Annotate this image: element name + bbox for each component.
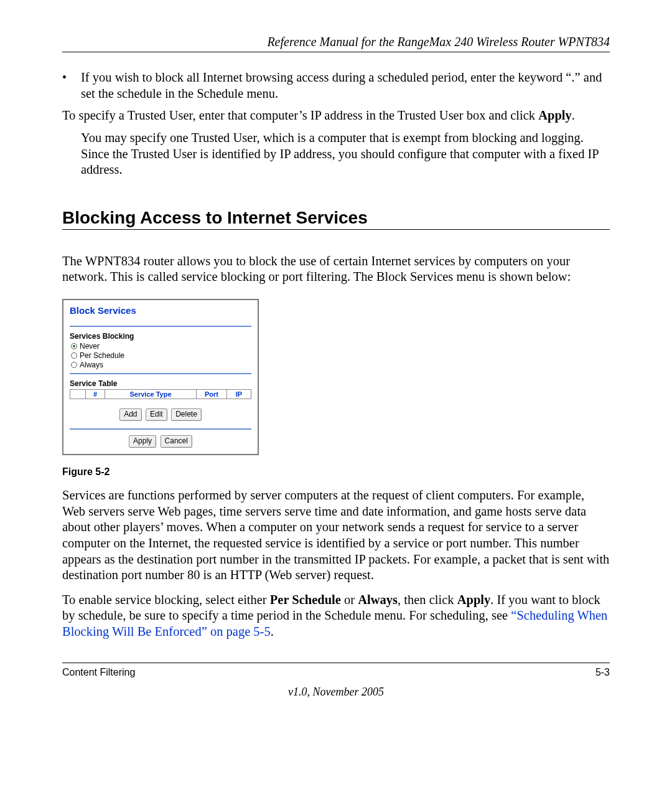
- service-table: # Service Type Port IP: [70, 389, 251, 399]
- services-blocking-label: Services Blocking: [70, 332, 251, 341]
- bullet-dot: •: [62, 70, 81, 101]
- page-footer: Content Filtering 5-3 v1.0, November 200…: [62, 663, 610, 699]
- radio-never-label: Never: [80, 342, 100, 351]
- enable-p1: To enable service blocking, select eithe…: [62, 593, 270, 606]
- th-select: [70, 390, 86, 399]
- footer-version: v1.0, November 2005: [62, 686, 610, 699]
- th-num: #: [86, 390, 105, 399]
- screenshot-divider-2: [70, 373, 251, 374]
- th-ip: IP: [227, 390, 251, 399]
- cancel-button[interactable]: Cancel: [161, 435, 192, 448]
- footer-right: 5-3: [595, 667, 610, 678]
- radio-always-label: Always: [80, 361, 103, 369]
- radio-row-always[interactable]: Always: [71, 361, 251, 369]
- enable-service-blocking: To enable service blocking, select eithe…: [62, 592, 610, 640]
- radio-never[interactable]: [71, 343, 77, 349]
- th-port: Port: [197, 390, 227, 399]
- apply-bold-2: Apply: [457, 593, 491, 606]
- enable-end: .: [271, 625, 274, 638]
- figure-wrap: Block Services Services Blocking Never P…: [62, 299, 610, 478]
- section-rule: [62, 229, 610, 230]
- enable-then-click: , then click: [398, 593, 457, 606]
- edit-button[interactable]: Edit: [146, 408, 167, 421]
- table-button-row: Add Edit Delete: [70, 408, 251, 421]
- radio-per-schedule[interactable]: [71, 352, 77, 359]
- screenshot-divider-3: [70, 428, 251, 430]
- page-header-title: Reference Manual for the RangeMax 240 Wi…: [62, 35, 610, 49]
- radio-per-schedule-label: Per Schedule: [80, 351, 124, 360]
- block-services-screenshot: Block Services Services Blocking Never P…: [62, 299, 259, 455]
- apply-button[interactable]: Apply: [129, 435, 156, 448]
- service-table-label: Service Table: [70, 379, 251, 388]
- section-intro: The WPNT834 router allows you to block t…: [62, 253, 610, 285]
- screenshot-divider-1: [70, 326, 251, 327]
- screenshot-title: Block Services: [70, 305, 251, 316]
- enable-or: or: [341, 593, 358, 606]
- bullet-text: If you wish to block all Internet browsi…: [81, 70, 610, 101]
- header-rule: [62, 52, 610, 52]
- bullet-block-all-browsing: • If you wish to block all Internet brow…: [62, 70, 610, 101]
- apply-bold-1: Apply: [538, 108, 572, 122]
- trusted-user-body: You may specify one Trusted User, which …: [81, 130, 610, 178]
- radio-always[interactable]: [71, 362, 77, 368]
- per-schedule-bold: Per Schedule: [270, 593, 341, 606]
- services-explanation: Services are functions performed by serv…: [62, 488, 610, 583]
- th-service-type: Service Type: [105, 390, 197, 399]
- add-button[interactable]: Add: [119, 408, 141, 421]
- period-1: .: [572, 108, 575, 122]
- always-bold: Always: [358, 593, 398, 606]
- trusted-user-intro: To specify a Trusted User, enter that co…: [62, 108, 610, 124]
- form-button-row: Apply Cancel: [70, 435, 251, 448]
- radio-row-never[interactable]: Never: [71, 342, 251, 351]
- figure-caption: Figure 5-2: [62, 466, 610, 478]
- section-heading: Blocking Access to Internet Services: [62, 208, 610, 228]
- delete-button[interactable]: Delete: [171, 408, 202, 421]
- radio-row-per-schedule[interactable]: Per Schedule: [71, 351, 251, 360]
- footer-left: Content Filtering: [62, 667, 135, 678]
- trusted-user-intro-pre: To specify a Trusted User, enter that co…: [62, 108, 538, 122]
- footer-rule: [62, 663, 610, 663]
